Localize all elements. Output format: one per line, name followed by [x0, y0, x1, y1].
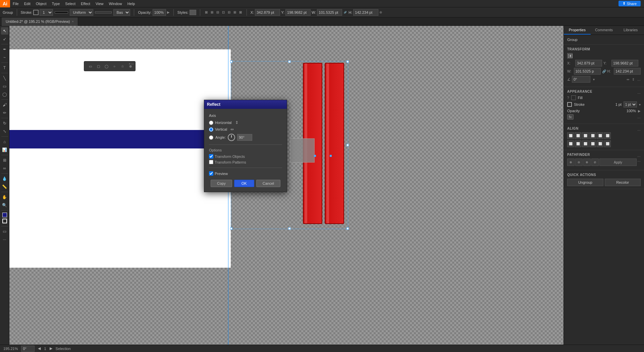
nav-next[interactable]: ▶ [50, 346, 52, 351]
handle-bm[interactable] [288, 227, 291, 230]
tool-rect[interactable]: ▭ [1, 83, 8, 90]
opacity-arrow[interactable]: ▶ [638, 109, 641, 113]
ungroup-button[interactable]: Ungroup [567, 179, 603, 186]
tool-scale[interactable]: ⤡ [1, 128, 8, 135]
center-handle-1[interactable] [314, 155, 316, 157]
stroke-color-select[interactable]: Basic [113, 9, 130, 16]
handle-br[interactable] [346, 227, 349, 230]
vertical-label[interactable]: Vertical [209, 127, 227, 132]
stroke-more[interactable]: ▾ [639, 103, 641, 106]
flip-v-icon[interactable]: ⇕ [632, 78, 635, 81]
align-top[interactable]: ⬜ [589, 132, 596, 139]
tool-more[interactable]: ··· [1, 236, 8, 243]
distribute-center-v[interactable]: ⬜ [597, 140, 603, 147]
panel-close[interactable]: × [129, 62, 130, 65]
shape-star-tool[interactable]: ☆ [119, 63, 126, 70]
tool-rotate[interactable]: ↻ [1, 120, 8, 127]
tool-curvature[interactable]: ~ [1, 54, 8, 61]
y-input[interactable]: 198.9682 pt [285, 9, 311, 16]
fill-swatch[interactable] [2, 213, 7, 217]
stroke-weight-select[interactable]: 1 pt [40, 9, 53, 16]
transform-patterns-label[interactable]: Transform Patterns [209, 160, 246, 164]
share-button[interactable]: ⬆ Share [619, 1, 641, 6]
nav-prev[interactable]: ◀ [38, 346, 41, 351]
stroke-style-select[interactable]: Uniform [70, 9, 93, 16]
zoom-value[interactable]: 195.21% [3, 347, 18, 351]
angle-value-input[interactable] [572, 76, 590, 83]
shape-circle-tool[interactable]: ◯ [103, 63, 110, 70]
align-btn-2[interactable]: ⊞ [210, 10, 214, 14]
stroke-app-swatch[interactable] [567, 102, 572, 107]
link-proportions[interactable]: 🔗 [602, 70, 606, 73]
x-input[interactable]: 342.879 pt [255, 9, 280, 16]
horizontal-radio[interactable] [209, 121, 213, 125]
h-input[interactable]: 142.234 pt [353, 9, 378, 16]
menu-file[interactable]: File [10, 0, 21, 7]
pathfinder-more2[interactable]: … [637, 159, 641, 166]
ok-button[interactable]: OK [234, 180, 254, 187]
handle-tl[interactable] [230, 60, 232, 63]
align-left[interactable]: ⬜ [567, 132, 574, 139]
appearance-more[interactable]: … [637, 91, 641, 94]
tab-libraries[interactable]: Libraries [617, 26, 644, 35]
menu-view[interactable]: View [93, 0, 106, 7]
shape-rect-tool[interactable]: ▭ [87, 63, 94, 70]
vertical-radio[interactable] [209, 127, 213, 132]
tool-change-screen[interactable]: ▭ [1, 228, 8, 235]
align-right[interactable]: ⬜ [582, 132, 589, 139]
more-transform[interactable]: … [637, 78, 641, 81]
pathfinder-exclude[interactable]: ⊘ [591, 159, 599, 166]
tab-comments[interactable]: Comments [591, 26, 618, 35]
fill-swatch[interactable] [571, 95, 576, 100]
tool-pen[interactable]: ✒ [1, 46, 8, 53]
menu-object[interactable]: Object [33, 0, 49, 7]
angle-dropdown[interactable]: ▾ [593, 78, 595, 81]
pathfinder-unite[interactable]: ⊕ [567, 159, 575, 166]
fx-label[interactable]: fx [567, 114, 574, 120]
distribute-bottom[interactable]: ⬜ [604, 140, 611, 147]
tool-select[interactable]: ↖ [1, 27, 8, 35]
handle-bl[interactable] [230, 227, 232, 230]
tool-type[interactable]: T [1, 64, 8, 72]
tab-properties[interactable]: Properties [564, 26, 591, 35]
w-value-input[interactable] [574, 68, 601, 75]
panel-minimize[interactable]: — [131, 62, 134, 65]
tool-graph[interactable]: 📊 [1, 146, 8, 153]
flip-h-icon[interactable]: ⇔ [627, 78, 629, 81]
center-handle-2[interactable] [330, 155, 332, 157]
menu-window[interactable]: Window [106, 0, 125, 7]
pathfinder-intersect[interactable]: ⊗ [583, 159, 591, 166]
stroke-color-swatch[interactable] [2, 219, 7, 223]
tool-measure[interactable]: 📏 [1, 183, 8, 190]
align-btn-3[interactable]: ⊟ [215, 10, 220, 14]
angle-radio[interactable] [209, 135, 213, 140]
menu-edit[interactable]: Edit [21, 0, 33, 7]
copy-button[interactable]: Copy [211, 180, 232, 187]
shape-rounded-rect-tool[interactable]: ▢ [95, 63, 102, 70]
fx-more[interactable]: … [637, 115, 641, 119]
distribute-left[interactable]: ⬜ [567, 140, 574, 147]
align-btn-1[interactable]: ⊠ [204, 10, 209, 14]
pathfinder-minus-front[interactable]: ⊖ [575, 159, 583, 166]
distribute-center-h[interactable]: ⬜ [575, 140, 581, 147]
angle-status-input[interactable] [21, 346, 35, 352]
cancel-button[interactable]: Cancel [256, 180, 280, 187]
tool-mesh[interactable]: ⊞ [1, 157, 8, 164]
tool-hand[interactable]: ✋ [1, 193, 8, 201]
align-btn-5[interactable]: ⊟ [227, 10, 231, 14]
stroke-size-select[interactable]: 1 pt [624, 101, 637, 107]
menu-type[interactable]: Type [49, 0, 63, 7]
handle-tr[interactable] [346, 60, 349, 63]
opacity-input[interactable] [153, 9, 166, 16]
tool-pencil[interactable]: ✏ [1, 109, 8, 117]
distribute-top[interactable]: ⬜ [589, 140, 596, 147]
x-value-input[interactable] [575, 60, 602, 67]
align-center-h[interactable]: ⬜ [575, 132, 581, 139]
transform-objects-label[interactable]: Transform Objects [209, 154, 245, 159]
transform-objects-check[interactable] [209, 154, 213, 159]
opacity-arrow[interactable]: ▶ [167, 10, 170, 14]
pathfinder-apply-btn[interactable]: Apply [599, 159, 637, 166]
align-btn-4[interactable]: ⊡ [221, 10, 226, 14]
align-center-v[interactable]: ⬜ [597, 132, 603, 139]
preview-label[interactable]: Preview [209, 171, 228, 176]
